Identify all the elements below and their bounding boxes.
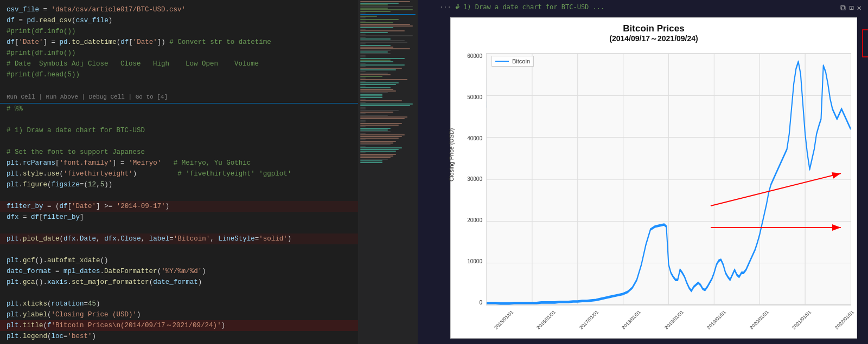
close-btn[interactable]: ✕ — [857, 3, 861, 12]
minimize-btn[interactable]: ⧉ — [840, 3, 846, 12]
code-line-26 — [0, 288, 358, 298]
y-tick-10000: 10000 — [451, 258, 484, 264]
code-line-10 — [0, 114, 358, 125]
code-line-25: plt.gca().xaxis.set_major_formatter(date… — [0, 277, 358, 288]
code-line-18: filter_by = (df['Date'] >= '2014-09-17') — [0, 201, 358, 212]
code-line-11: # 1) Draw a date chart for BTC-USD — [0, 125, 358, 136]
code-line-28: plt.ylabel('Closing Price (USD)') — [0, 309, 358, 320]
x-tick-2022: 2022/01/01 — [834, 309, 855, 330]
y-tick-40000: 40000 — [451, 135, 484, 141]
minimap — [358, 0, 418, 344]
legend-color-line — [495, 61, 509, 62]
code-line-27: plt.xticks(rotation=45) — [0, 298, 358, 309]
code-editor[interactable]: csv_file = 'data/csv/article017/BTC-USD.… — [0, 0, 358, 344]
x-tick-2019b: 2019/01/01 — [706, 309, 727, 330]
chart-title-line1: Bitcoin Prices — [451, 23, 857, 34]
code-line-5: #print(df.info()) — [0, 48, 358, 59]
code-line-4: df['Date'] = pd.to_datetime(df['Date']) … — [0, 37, 358, 48]
x-tick-2019: 2019/01/01 — [663, 309, 685, 330]
chart-header-comment: # 1) Draw a date chart for BTC-USD ... — [456, 3, 605, 11]
code-line-15: plt.style.use('fivethirtyeight') # 'five… — [0, 168, 358, 179]
code-line-19: dfx = df[filter_by] — [0, 212, 358, 223]
code-line-29: plt.title(f'Bitcoin Prices\n(2014/09/17～… — [0, 320, 358, 331]
x-tick-2021: 2021/01/01 — [792, 309, 813, 330]
code-line-8 — [0, 80, 358, 91]
chart-panel: ··· # 1) Draw a date chart for BTC-USD .… — [418, 0, 868, 344]
code-line-6: # Date Symbols Adj Close Close High Low … — [0, 59, 358, 69]
chart-title-area: Bitcoin Prices (2014/09/17～2021/09/24) — [451, 18, 857, 46]
code-line-12 — [0, 136, 358, 147]
code-line-9: # %% — [0, 103, 358, 114]
y-axis-ticks: 60000 50000 40000 30000 20000 10000 0 — [451, 53, 484, 306]
y-tick-30000: 30000 — [451, 176, 484, 182]
minimap-content — [358, 0, 418, 165]
code-line-23: plt.gcf().autofmt_xdate() — [0, 255, 358, 266]
code-line-17 — [0, 190, 358, 201]
code-line-3: #print(df.info()) — [0, 26, 358, 37]
code-line-24: date_format = mpl_dates.DateFormatter('%… — [0, 266, 358, 277]
x-tick-2018: 2018/01/01 — [621, 309, 642, 330]
bitcoin-chart-svg — [487, 54, 851, 305]
code-line-2: df = pd.read_csv(csv_file) — [0, 15, 358, 26]
svg-rect-31 — [863, 30, 868, 57]
code-line-1: csv_file = 'data/csv/article017/BTC-USD.… — [0, 4, 358, 15]
plot-area — [486, 53, 851, 306]
code-line-21: plt.plot_date(dfx.Date, dfx.Close, label… — [0, 233, 358, 244]
x-tick-2016: 2016/01/01 — [536, 309, 557, 330]
code-line-30: plt.legend(loc='best') — [0, 331, 358, 342]
y-tick-50000: 50000 — [451, 94, 484, 100]
y-tick-0: 0 — [451, 300, 484, 306]
x-axis-ticks: 2015/01/01 2016/01/01 2017/01/01 2018/01… — [486, 308, 851, 335]
maximize-btn[interactable]: ⊡ — [849, 3, 853, 12]
code-line-13: # Set the font to support Japanese — [0, 147, 358, 158]
x-tick-2020: 2020/01/01 — [749, 309, 770, 330]
code-line-20 — [0, 223, 358, 233]
code-line-22 — [0, 244, 358, 255]
chart-legend: Bitcoin — [492, 56, 534, 67]
legend-label: Bitcoin — [512, 58, 530, 64]
chart-container: Bitcoin Prices (2014/09/17～2021/09/24) C… — [450, 17, 857, 339]
chart-title-line2: (2014/09/17～2021/09/24) — [451, 34, 857, 44]
y-tick-60000: 60000 — [451, 53, 484, 59]
run-cell-bar[interactable]: Run Cell | Run Above | Debug Cell | Go t… — [0, 91, 358, 103]
x-tick-2015: 2015/01/01 — [493, 309, 514, 330]
code-line-7: #print(df.head(5)) — [0, 69, 358, 80]
dots-icon: ··· — [439, 3, 451, 11]
y-tick-20000: 20000 — [451, 217, 484, 223]
code-line-14: plt.rcParams['font.family'] = 'Meiryo' #… — [0, 158, 358, 168]
x-tick-2017: 2017/01/01 — [578, 309, 599, 330]
code-line-31: plt.tight_layout() — [0, 342, 358, 344]
code-line-16: plt.figure(figsize=(12,5)) — [0, 179, 358, 190]
